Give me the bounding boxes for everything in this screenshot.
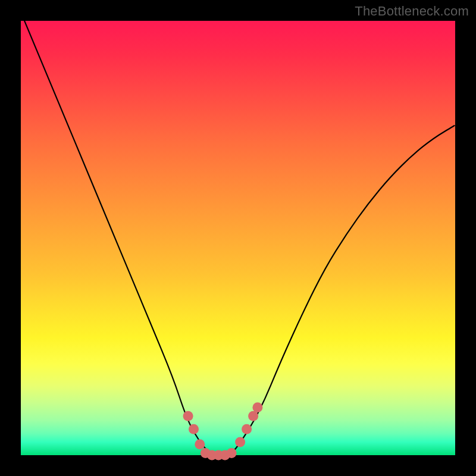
bottleneck-curve (21, 12, 455, 455)
valley-marker (195, 439, 205, 449)
valley-marker (248, 411, 258, 421)
watermark-text: TheBottleneck.com (355, 4, 469, 19)
valley-marker (189, 424, 199, 434)
valley-marker (183, 411, 193, 421)
valley-marker (242, 424, 252, 434)
chart-frame: TheBottleneck.com (0, 0, 476, 476)
plot-area (21, 21, 455, 455)
valley-marker (227, 448, 237, 458)
valley-marker (235, 437, 245, 447)
valley-markers (183, 402, 263, 460)
curve-layer (21, 21, 455, 455)
valley-marker (252, 402, 262, 412)
